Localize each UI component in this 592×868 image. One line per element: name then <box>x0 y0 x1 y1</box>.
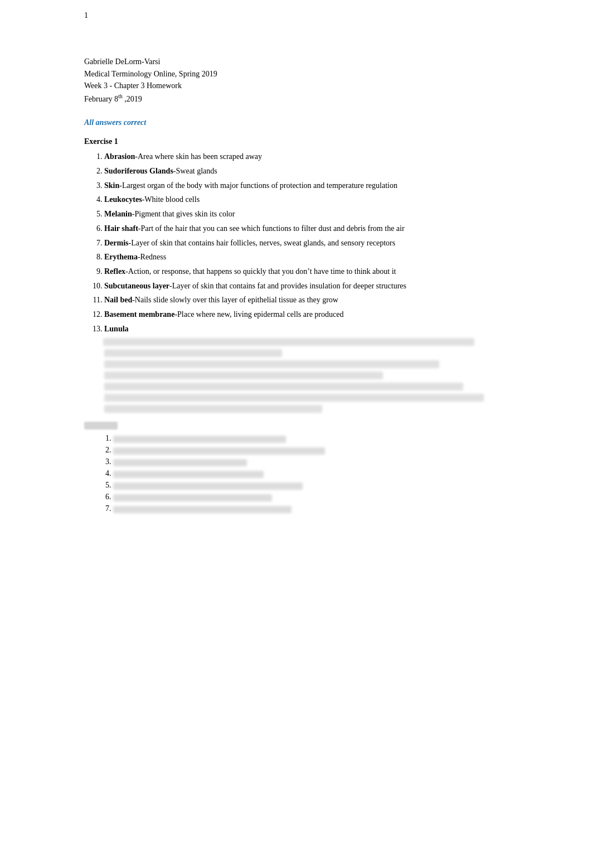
blurred-list-item <box>113 469 508 478</box>
blurred-line <box>113 471 264 478</box>
list-item: Leukocytes-White blood cells <box>104 194 508 206</box>
blurred-section2-title <box>84 422 508 430</box>
term: Abrasion <box>104 152 135 161</box>
list-item: Reflex-Action, or response, that happens… <box>104 266 508 278</box>
section2-title-blurred <box>84 422 118 430</box>
term: Sudoriferous Glands <box>104 167 173 175</box>
definition: Redness <box>140 253 167 261</box>
blurred-line <box>104 349 282 357</box>
blurred-line <box>113 459 247 466</box>
blurred-line <box>104 372 383 379</box>
list-item: Skin-Largest organ of the body with majo… <box>104 180 508 192</box>
student-name: Gabrielle DeLorm-Varsi <box>84 56 508 68</box>
definition: Place where new, living epidermal cells … <box>177 310 343 319</box>
list-item: Nail bed-Nails slide slowly over this la… <box>104 294 508 306</box>
list-item: Basement membrane-Place where new, livin… <box>104 308 508 321</box>
blurred-section-13 <box>104 338 508 413</box>
term: Dermis <box>104 239 129 247</box>
page-container: 1 Gabrielle DeLorm-Varsi Medical Termino… <box>84 0 508 561</box>
definition: Layer of skin that contains fat and prov… <box>172 282 406 290</box>
definition: Largest organ of the body with major fun… <box>122 181 397 190</box>
definition: Part of the hair that you can see which … <box>140 224 404 233</box>
term: Basement membrane <box>104 310 174 319</box>
exercise1-list: Abrasion-Area where skin has been scrape… <box>84 151 508 413</box>
definition: White blood cells <box>144 195 200 204</box>
term: Melanin <box>104 210 132 218</box>
blurred-line <box>113 483 303 490</box>
blurred-line <box>104 405 322 413</box>
date-line: February 8th ,2019 <box>84 92 508 105</box>
blurred-line <box>104 360 439 368</box>
list-item: Dermis-Layer of skin that contains hair … <box>104 237 508 249</box>
header-info: Gabrielle DeLorm-Varsi Medical Terminolo… <box>84 56 508 105</box>
blurred-list-item <box>113 457 508 466</box>
all-answers-label: All answers correct <box>84 118 508 127</box>
list-item: Erythema-Redness <box>104 251 508 263</box>
blurred-line <box>104 383 463 390</box>
term: Subcutaneous layer <box>104 282 169 290</box>
blurred-list-item <box>113 481 508 490</box>
term: Lunula <box>104 325 129 333</box>
list-item: Hair shaft-Part of the hair that you can… <box>104 223 508 235</box>
blurred-list-item <box>113 446 508 455</box>
date-year: ,2019 <box>123 95 142 103</box>
term: Skin <box>104 181 119 190</box>
definition: Pigment that gives skin its color <box>134 210 235 218</box>
course-name: Medical Terminology Online, Spring 2019 <box>84 68 508 80</box>
term: Hair shaft <box>104 224 138 233</box>
blurred-list-item <box>113 493 508 501</box>
blurred-line <box>113 447 325 455</box>
blurred-line <box>104 394 484 402</box>
blurred-list-item <box>113 434 508 443</box>
term: Leukocytes <box>104 195 142 204</box>
term: Reflex <box>104 267 125 276</box>
list-item: Melanin-Pigment that gives skin its colo… <box>104 208 508 220</box>
date-superscript: th <box>118 93 123 99</box>
list-item: Subcutaneous layer-Layer of skin that co… <box>104 280 508 292</box>
definition: Sweat glands <box>176 167 217 175</box>
definition: Layer of skin that contains hair follicl… <box>131 239 395 247</box>
date-text: February 8 <box>84 95 118 103</box>
definition: Action, or response, that happens so qui… <box>128 267 396 276</box>
definition: Nails slide slowly over this layer of ep… <box>135 296 338 304</box>
list-item: Abrasion-Area where skin has been scrape… <box>104 151 508 163</box>
blurred-line <box>103 338 474 346</box>
blurred-line <box>113 436 286 443</box>
list-item: Lunula <box>104 323 508 413</box>
page-number: 1 <box>84 11 88 20</box>
blurred-line <box>113 494 272 501</box>
term: Erythema <box>104 253 138 261</box>
definition: Area where skin has been scraped away <box>138 152 262 161</box>
blurred-list-item <box>113 504 508 513</box>
week-chapter: Week 3 - Chapter 3 Homework <box>84 80 508 92</box>
exercise1-title: Exercise 1 <box>84 137 508 146</box>
term: Nail bed <box>104 296 132 304</box>
list-item: Sudoriferous Glands-Sweat glands <box>104 165 508 177</box>
blurred-line <box>113 506 292 513</box>
section2-list-blurred <box>84 434 508 513</box>
